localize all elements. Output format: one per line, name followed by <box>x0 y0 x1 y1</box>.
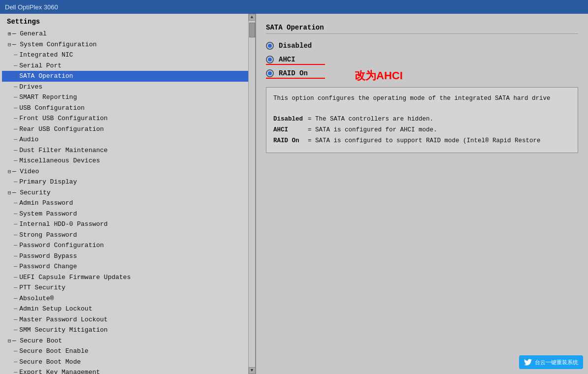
tree-indent: —Integrated NIC <box>14 50 73 60</box>
desc-value: = SATA is configured for AHCI mode. <box>308 126 437 133</box>
desc-intro-text: This option configures the operating mod… <box>273 95 551 102</box>
radio-item-ahci[interactable]: AHCI <box>266 56 578 63</box>
radio-raid-label: RAID On <box>279 69 308 77</box>
tree-indent: —Audio <box>14 135 38 145</box>
radio-item-raid[interactable]: RAID On 改为AHCI <box>266 69 578 77</box>
scroll-up-arrow[interactable]: ▲ <box>249 14 256 21</box>
desc-value: = SATA is configured to support RAID mod… <box>308 137 541 144</box>
tree-item-audio[interactable]: —Audio <box>2 134 253 145</box>
dash: — <box>14 105 17 112</box>
tree-item-smm-security[interactable]: —SMM Security Mitigation <box>2 325 253 336</box>
tree-label: Strong Password <box>19 231 77 239</box>
tree-item-drives[interactable]: —Drives <box>2 82 253 93</box>
radio-group: Disabled AHCI RAID On 改为AHCI <box>266 42 578 77</box>
tree-item-usb-configuration[interactable]: —USB Configuration <box>2 103 253 114</box>
tree-item-secure-boot[interactable]: ⊟— Secure Boot <box>2 336 253 346</box>
tree-label: Password Change <box>19 263 77 270</box>
scroll-thumb[interactable] <box>249 23 255 37</box>
tree-label: Secure Boot Enable <box>19 347 88 355</box>
tree-item-password-configuration[interactable]: —Password Configuration <box>2 240 253 251</box>
tree-indent: —USB Configuration <box>14 103 85 113</box>
tree-indent: ⊟— Security <box>8 188 51 198</box>
dash: — <box>14 94 17 101</box>
tree-indent: —Serial Port <box>14 61 62 71</box>
dash: — <box>14 316 17 323</box>
tree-indent: ⊟— Secure Boot <box>8 336 62 346</box>
tree-item-secure-boot-mode[interactable]: —Secure Boot Mode <box>2 357 253 368</box>
tree-label: PTT Security <box>19 284 65 291</box>
tree-label: — General <box>12 30 47 37</box>
tree-item-admin-setup-lockout[interactable]: —Admin Setup Lockout <box>2 304 253 314</box>
tree-item-integrated-nic[interactable]: —Integrated NIC <box>2 50 253 61</box>
tree-item-sata-operation[interactable]: —SATA Operation <box>2 71 253 82</box>
tree-item-export-key-management[interactable]: —Export Key Management <box>2 367 253 374</box>
radio-item-disabled[interactable]: Disabled <box>266 42 578 50</box>
tree-label: Dust Filter Maintenance <box>19 147 107 154</box>
tree-indent: ⊞— General <box>8 29 47 39</box>
tree-label: SATA Operation <box>19 72 73 80</box>
tree-item-serial-port[interactable]: —Serial Port <box>2 61 253 71</box>
dash: — <box>14 369 17 374</box>
tree-indent: —Master Password Lockout <box>14 315 108 325</box>
title-bar-text: Dell OptiPlex 3060 <box>5 3 58 11</box>
tree-item-dust-filter[interactable]: —Dust Filter Maintenance <box>2 145 253 156</box>
tree-indent: —PTT Security <box>14 283 65 293</box>
scroll-down-arrow[interactable]: ▼ <box>249 367 256 374</box>
tree-item-password-change[interactable]: —Password Change <box>2 261 253 272</box>
desc-box: This option configures the operating mod… <box>266 87 578 153</box>
tree-item-rear-usb[interactable]: —Rear USB Configuration <box>2 124 253 135</box>
radio-disabled-dot <box>268 44 272 48</box>
desc-line: RAID On= SATA is configured to support R… <box>273 136 571 146</box>
settings-title: Settings <box>2 18 253 26</box>
tree-item-general[interactable]: ⊞— General <box>2 29 253 39</box>
tree-label: — System Configuration <box>12 41 97 48</box>
desc-line: AHCI= SATA is configured for AHCI mode. <box>273 125 571 135</box>
tree-item-internal-hdd0-password[interactable]: —Internal HDD-0 Password <box>2 219 253 230</box>
tree-indent: —Admin Password <box>14 198 73 208</box>
tree-item-security[interactable]: ⊟— Security <box>2 187 253 198</box>
radio-ahci-dot <box>268 58 272 62</box>
tree-item-secure-boot-enable[interactable]: —Secure Boot Enable <box>2 346 253 357</box>
expand-icon: ⊟ <box>8 42 11 48</box>
tree-indent: —SATA Operation <box>14 71 73 81</box>
tree-item-system-config[interactable]: ⊟— System Configuration <box>2 39 253 50</box>
tree-label: Audio <box>19 136 38 143</box>
tree-item-video[interactable]: ⊟— Video <box>2 166 253 177</box>
tree-item-strong-password[interactable]: —Strong Password <box>2 230 253 241</box>
tree-indent: —Miscellaneous Devices <box>14 156 100 166</box>
tree-item-smart-reporting[interactable]: —SMART Reporting <box>2 92 253 103</box>
right-panel: SATA Operation Disabled AHCI <box>256 14 588 374</box>
tree-item-password-bypass[interactable]: —Password Bypass <box>2 251 253 262</box>
watermark: 台云一键重装系统 <box>519 355 583 369</box>
tree-item-system-password[interactable]: —System Password <box>2 209 253 219</box>
tree-item-front-usb[interactable]: —Front USB Configuration <box>2 113 253 124</box>
tree-indent: —Primary Display <box>14 177 77 187</box>
tree-item-absolute[interactable]: —Absolute® <box>2 293 253 304</box>
tree-label: Integrated NIC <box>19 51 73 59</box>
radio-raid-dot <box>268 71 272 75</box>
desc-key: AHCI <box>273 125 308 135</box>
tree-item-master-password-lockout[interactable]: —Master Password Lockout <box>2 314 253 325</box>
tree-item-misc-devices[interactable]: —Miscellaneous Devices <box>2 156 253 166</box>
tree-label: SMM Security Mitigation <box>19 326 107 334</box>
radio-disabled-circle <box>266 42 274 50</box>
tree-label: Secure Boot Mode <box>19 358 81 366</box>
annotation-text: 改为AHCI <box>355 68 403 83</box>
tree-label: Password Bypass <box>19 252 77 260</box>
tree-label: USB Configuration <box>19 104 85 112</box>
dash: — <box>14 263 17 270</box>
left-scrollbar[interactable]: ▲ ▼ <box>248 14 255 374</box>
tree-indent: —SMM Security Mitigation <box>14 325 108 335</box>
dash: — <box>14 115 17 122</box>
tree-indent: —Password Change <box>14 262 77 272</box>
tree-item-admin-password[interactable]: —Admin Password <box>2 198 253 209</box>
tree-item-primary-display[interactable]: —Primary Display <box>2 177 253 187</box>
tree-item-uefi-capsule[interactable]: —UEFI Capsule Firmware Updates <box>2 272 253 283</box>
tree-label: Admin Setup Lockout <box>19 305 92 312</box>
expand-icon: ⊟ <box>8 338 11 344</box>
tree-label: — Secure Boot <box>12 337 62 344</box>
dash: — <box>14 157 17 164</box>
dash: — <box>14 242 17 249</box>
tree-indent: —Secure Boot Mode <box>14 357 81 367</box>
tree-item-ptt-security[interactable]: —PTT Security <box>2 282 253 293</box>
